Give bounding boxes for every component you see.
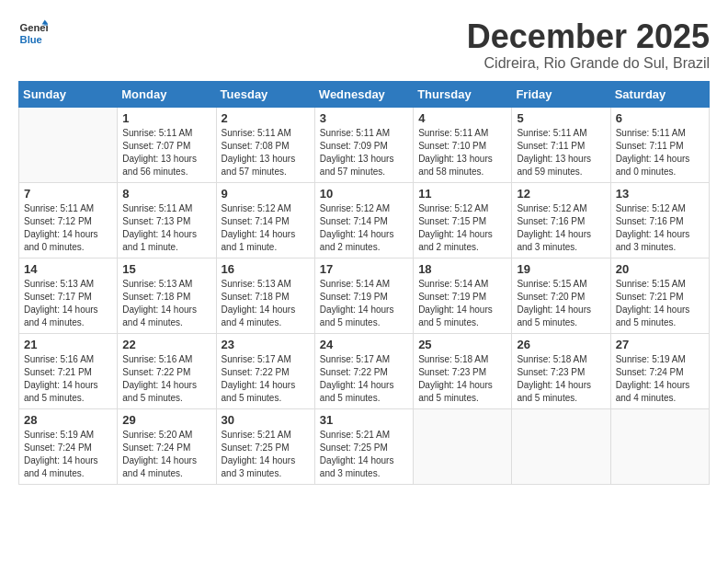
calendar-day-cell: 4Sunrise: 5:11 AM Sunset: 7:10 PM Daylig… — [414, 107, 512, 182]
calendar-day-cell: 1Sunrise: 5:11 AM Sunset: 7:07 PM Daylig… — [118, 107, 216, 182]
calendar-day-cell: 16Sunrise: 5:13 AM Sunset: 7:18 PM Dayli… — [216, 258, 314, 333]
day-info: Sunrise: 5:14 AM Sunset: 7:19 PM Dayligh… — [418, 278, 506, 329]
day-number: 3 — [320, 111, 408, 125]
calendar-day-cell: 31Sunrise: 5:21 AM Sunset: 7:25 PM Dayli… — [314, 408, 413, 484]
calendar-day-cell: 22Sunrise: 5:16 AM Sunset: 7:22 PM Dayli… — [118, 333, 216, 408]
calendar-day-cell: 7Sunrise: 5:11 AM Sunset: 7:12 PM Daylig… — [19, 182, 118, 258]
day-number: 24 — [320, 338, 408, 351]
day-info: Sunrise: 5:21 AM Sunset: 7:25 PM Dayligh… — [320, 429, 408, 480]
calendar-day-cell: 20Sunrise: 5:15 AM Sunset: 7:21 PM Dayli… — [610, 258, 709, 333]
calendar-day-cell: 15Sunrise: 5:13 AM Sunset: 7:18 PM Dayli… — [118, 258, 216, 333]
day-number: 5 — [517, 111, 605, 125]
day-info: Sunrise: 5:11 AM Sunset: 7:11 PM Dayligh… — [616, 127, 704, 178]
day-number: 26 — [517, 338, 605, 351]
weekday-header-sunday: Sunday — [19, 81, 118, 107]
day-info: Sunrise: 5:16 AM Sunset: 7:21 PM Dayligh… — [24, 353, 112, 405]
weekday-header-saturday: Saturday — [610, 81, 709, 107]
day-number: 30 — [222, 413, 310, 427]
calendar-day-cell — [414, 408, 512, 484]
day-number: 20 — [616, 262, 704, 276]
day-info: Sunrise: 5:11 AM Sunset: 7:09 PM Dayligh… — [320, 127, 408, 178]
day-info: Sunrise: 5:13 AM Sunset: 7:18 PM Dayligh… — [222, 278, 310, 329]
day-number: 23 — [222, 338, 310, 351]
day-number: 1 — [122, 111, 210, 125]
day-info: Sunrise: 5:21 AM Sunset: 7:25 PM Dayligh… — [222, 429, 310, 480]
day-info: Sunrise: 5:18 AM Sunset: 7:23 PM Dayligh… — [517, 353, 605, 405]
calendar-day-cell: 6Sunrise: 5:11 AM Sunset: 7:11 PM Daylig… — [610, 107, 709, 182]
calendar-week-row: 28Sunrise: 5:19 AM Sunset: 7:24 PM Dayli… — [19, 408, 710, 484]
page-header: General Blue December 2025 Cidreira, Rio… — [18, 18, 710, 72]
calendar-day-cell: 3Sunrise: 5:11 AM Sunset: 7:09 PM Daylig… — [314, 107, 413, 182]
day-info: Sunrise: 5:16 AM Sunset: 7:22 PM Dayligh… — [122, 353, 210, 405]
day-info: Sunrise: 5:15 AM Sunset: 7:20 PM Dayligh… — [517, 278, 605, 329]
day-info: Sunrise: 5:14 AM Sunset: 7:19 PM Dayligh… — [320, 278, 408, 329]
day-info: Sunrise: 5:18 AM Sunset: 7:23 PM Dayligh… — [418, 353, 506, 405]
day-number: 29 — [122, 413, 210, 427]
day-number: 4 — [418, 111, 506, 125]
day-info: Sunrise: 5:11 AM Sunset: 7:11 PM Dayligh… — [517, 127, 605, 178]
calendar-day-cell: 27Sunrise: 5:19 AM Sunset: 7:24 PM Dayli… — [610, 333, 709, 408]
calendar-day-cell: 11Sunrise: 5:12 AM Sunset: 7:15 PM Dayli… — [414, 182, 512, 258]
day-info: Sunrise: 5:13 AM Sunset: 7:18 PM Dayligh… — [122, 278, 210, 329]
svg-text:Blue: Blue — [20, 34, 42, 45]
day-info: Sunrise: 5:11 AM Sunset: 7:12 PM Dayligh… — [24, 202, 112, 254]
day-number: 7 — [24, 187, 112, 201]
calendar-day-cell: 23Sunrise: 5:17 AM Sunset: 7:22 PM Dayli… — [216, 333, 314, 408]
day-number: 21 — [24, 338, 112, 351]
day-info: Sunrise: 5:15 AM Sunset: 7:21 PM Dayligh… — [616, 278, 704, 329]
day-number: 12 — [517, 187, 605, 201]
day-info: Sunrise: 5:17 AM Sunset: 7:22 PM Dayligh… — [320, 353, 408, 405]
day-number: 19 — [517, 262, 605, 276]
weekday-header-wednesday: Wednesday — [314, 81, 413, 107]
day-number: 9 — [222, 187, 310, 201]
calendar-day-cell: 5Sunrise: 5:11 AM Sunset: 7:11 PM Daylig… — [512, 107, 610, 182]
day-number: 25 — [418, 338, 506, 351]
weekday-header-thursday: Thursday — [414, 81, 512, 107]
day-number: 8 — [122, 187, 210, 201]
calendar-day-cell — [512, 408, 610, 484]
day-info: Sunrise: 5:11 AM Sunset: 7:10 PM Dayligh… — [418, 127, 506, 178]
calendar-table: SundayMondayTuesdayWednesdayThursdayFrid… — [18, 81, 710, 485]
weekday-header-tuesday: Tuesday — [216, 81, 314, 107]
calendar-day-cell: 26Sunrise: 5:18 AM Sunset: 7:23 PM Dayli… — [512, 333, 610, 408]
calendar-day-cell: 28Sunrise: 5:19 AM Sunset: 7:24 PM Dayli… — [19, 408, 118, 484]
day-number: 16 — [222, 262, 310, 276]
calendar-day-cell: 25Sunrise: 5:18 AM Sunset: 7:23 PM Dayli… — [414, 333, 512, 408]
calendar-day-cell: 13Sunrise: 5:12 AM Sunset: 7:16 PM Dayli… — [610, 182, 709, 258]
weekday-header-friday: Friday — [512, 81, 610, 107]
day-info: Sunrise: 5:12 AM Sunset: 7:14 PM Dayligh… — [320, 202, 408, 254]
calendar-day-cell: 8Sunrise: 5:11 AM Sunset: 7:13 PM Daylig… — [118, 182, 216, 258]
calendar-day-cell: 18Sunrise: 5:14 AM Sunset: 7:19 PM Dayli… — [414, 258, 512, 333]
day-info: Sunrise: 5:13 AM Sunset: 7:17 PM Dayligh… — [24, 278, 112, 329]
day-info: Sunrise: 5:11 AM Sunset: 7:07 PM Dayligh… — [122, 127, 210, 178]
location-title: Cidreira, Rio Grande do Sul, Brazil — [467, 55, 710, 72]
day-info: Sunrise: 5:19 AM Sunset: 7:24 PM Dayligh… — [616, 353, 704, 405]
day-info: Sunrise: 5:11 AM Sunset: 7:08 PM Dayligh… — [222, 127, 310, 178]
day-number: 10 — [320, 187, 408, 201]
calendar-week-row: 7Sunrise: 5:11 AM Sunset: 7:12 PM Daylig… — [19, 182, 710, 258]
calendar-day-cell — [610, 408, 709, 484]
day-number: 15 — [122, 262, 210, 276]
day-number: 6 — [616, 111, 704, 125]
weekday-header-monday: Monday — [118, 81, 216, 107]
calendar-day-cell: 21Sunrise: 5:16 AM Sunset: 7:21 PM Dayli… — [19, 333, 118, 408]
day-number: 31 — [320, 413, 408, 427]
calendar-day-cell: 24Sunrise: 5:17 AM Sunset: 7:22 PM Dayli… — [314, 333, 413, 408]
calendar-day-cell: 12Sunrise: 5:12 AM Sunset: 7:16 PM Dayli… — [512, 182, 610, 258]
calendar-day-cell — [19, 107, 118, 182]
calendar-day-cell: 19Sunrise: 5:15 AM Sunset: 7:20 PM Dayli… — [512, 258, 610, 333]
day-info: Sunrise: 5:17 AM Sunset: 7:22 PM Dayligh… — [222, 353, 310, 405]
logo: General Blue — [18, 18, 48, 48]
calendar-day-cell: 9Sunrise: 5:12 AM Sunset: 7:14 PM Daylig… — [216, 182, 314, 258]
day-number: 27 — [616, 338, 704, 351]
day-info: Sunrise: 5:20 AM Sunset: 7:24 PM Dayligh… — [122, 429, 210, 480]
title-block: December 2025 Cidreira, Rio Grande do Su… — [467, 18, 710, 72]
month-title: December 2025 — [467, 18, 710, 55]
day-number: 17 — [320, 262, 408, 276]
calendar-week-row: 1Sunrise: 5:11 AM Sunset: 7:07 PM Daylig… — [19, 107, 710, 182]
day-number: 18 — [418, 262, 506, 276]
day-info: Sunrise: 5:12 AM Sunset: 7:14 PM Dayligh… — [222, 202, 310, 254]
day-info: Sunrise: 5:12 AM Sunset: 7:15 PM Dayligh… — [418, 202, 506, 254]
day-number: 28 — [24, 413, 112, 427]
calendar-day-cell: 29Sunrise: 5:20 AM Sunset: 7:24 PM Dayli… — [118, 408, 216, 484]
